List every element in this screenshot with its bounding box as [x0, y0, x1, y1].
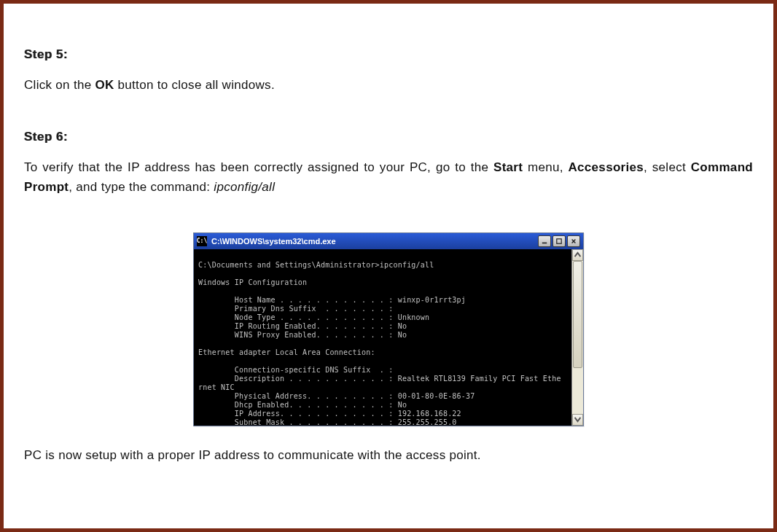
- titlebar-buttons: [538, 235, 580, 247]
- scroll-track[interactable]: [572, 261, 583, 414]
- step6-body: To verify that the IP address has been c…: [24, 157, 753, 197]
- scroll-thumb[interactable]: [573, 261, 582, 368]
- maximize-button[interactable]: [553, 235, 566, 247]
- close-icon: [571, 238, 577, 244]
- step5-heading: Step 5:: [24, 47, 753, 62]
- cmd-titlebar: C:\ C:\WINDOWS\system32\cmd.exe: [194, 233, 583, 249]
- ok-bold: OK: [95, 78, 114, 92]
- cmd-icon: C:\: [197, 236, 207, 246]
- step6-heading: Step 6:: [24, 130, 753, 144]
- cmd-output: C:\Documents and Settings\Administrator>…: [198, 261, 561, 426]
- cmd-title-text: C:\WINDOWS\system32\cmd.exe: [211, 237, 534, 246]
- ipconfig-command: ipconfig/all: [214, 180, 275, 194]
- close-button[interactable]: [567, 235, 580, 247]
- step6-p1: To verify that the IP address has been c…: [24, 160, 493, 174]
- step5-body: Click on the OK button to close all wind…: [24, 75, 753, 95]
- scroll-down-button[interactable]: [572, 414, 583, 426]
- chevron-up-icon: [573, 250, 582, 259]
- cmd-screenshot-wrap: C:\ C:\WINDOWS\system32\cmd.exe C:\Docum…: [24, 232, 753, 426]
- start-bold: Start: [493, 160, 523, 174]
- cmd-window: C:\ C:\WINDOWS\system32\cmd.exe C:\Docum…: [193, 232, 584, 426]
- step5-text-prefix: Click on the: [24, 78, 95, 92]
- step6-p3: , select: [644, 160, 691, 174]
- maximize-icon: [556, 238, 562, 244]
- chevron-down-icon: [573, 415, 582, 424]
- minimize-button[interactable]: [538, 235, 551, 247]
- footer-text: PC is now setup with a proper IP address…: [24, 448, 753, 463]
- step5-text-suffix: button to close all windows.: [114, 78, 275, 92]
- accessories-bold: Accessories: [569, 160, 644, 174]
- scroll-up-button[interactable]: [572, 249, 583, 261]
- step6-p2: menu,: [523, 160, 568, 174]
- cmd-scrollbar[interactable]: [571, 249, 583, 426]
- step6-p4: , and type the command:: [69, 180, 214, 194]
- svg-rect-0: [542, 242, 547, 243]
- document-page: Step 5: Click on the OK button to close …: [0, 0, 777, 532]
- cmd-body: C:\Documents and Settings\Administrator>…: [194, 249, 583, 426]
- svg-rect-1: [557, 238, 561, 243]
- minimize-icon: [542, 238, 547, 244]
